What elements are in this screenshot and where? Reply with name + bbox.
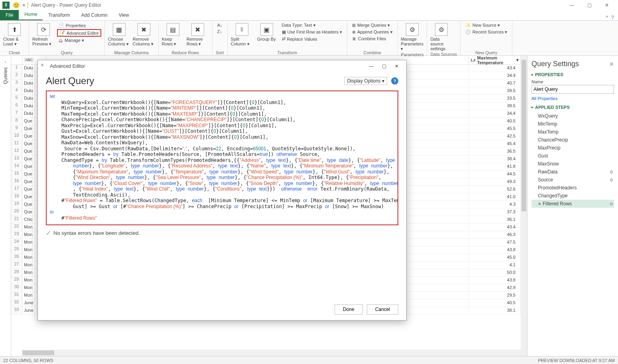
cell-max-temp: 36.5 — [469, 148, 521, 155]
column-max-temp[interactable]: 1.2Maximum Temperature▾ — [469, 56, 521, 64]
tab-home[interactable]: Home — [19, 9, 43, 20]
keep-rows-icon: ▤ — [167, 23, 179, 36]
cell-max-temp: 43.4 — [469, 224, 521, 231]
sort-desc-button[interactable]: Z↓ — [216, 29, 224, 34]
applied-step[interactable]: PromotedHeaders — [531, 184, 614, 192]
tab-view[interactable]: View — [113, 10, 135, 20]
manage-button[interactable]: 🗂Manage ▾ — [57, 37, 101, 43]
dialog-help-icon[interactable]: ? — [391, 77, 398, 85]
properties-section[interactable]: PROPERTIES — [531, 72, 614, 77]
dlg-close-button[interactable]: ✕ — [390, 63, 403, 69]
cancel-button[interactable]: Cancel — [367, 304, 398, 315]
close-settings-icon[interactable]: ✕ — [609, 61, 614, 67]
display-options-dropdown[interactable]: Display Options ▾ — [344, 77, 387, 85]
row-number: 23 — [11, 231, 22, 238]
tab-file[interactable]: File — [0, 10, 19, 20]
remove-columns-button[interactable]: ✖Remove Columns ▾ — [133, 22, 155, 47]
gear-icon[interactable]: ⚙ — [610, 178, 613, 182]
advanced-editor-dialog: X Advanced Editor — ▢ ✕ Alert Query Disp… — [37, 60, 407, 321]
replace-values-button[interactable]: ⇄Replace Values — [280, 36, 344, 42]
group-reduce-rows: Reduce Rows — [162, 49, 209, 56]
applied-step[interactable]: MaxSnow — [531, 160, 614, 168]
remove-rows-button[interactable]: ✖Remove Rows ▾ — [187, 22, 209, 47]
help-icon[interactable]: ? — [611, 15, 614, 20]
choose-columns-button[interactable]: ▦Choose Columns ▾ — [108, 22, 130, 47]
group-by-button[interactable]: ▣Group By — [256, 22, 278, 41]
row-number: 9 — [11, 125, 22, 132]
minimize-button[interactable]: — — [563, 0, 581, 10]
applied-step[interactable]: WxQuery — [531, 112, 614, 120]
status-right: PREVIEW DOWNLOADED AT 9:27 AM — [538, 358, 615, 363]
row-number: 25 — [11, 246, 22, 254]
cell-max-temp: 36.1 — [469, 216, 521, 223]
group-new-query: New Query — [464, 49, 509, 56]
gear-icon[interactable]: ⚙ — [610, 202, 613, 206]
new-source-button[interactable]: ✨New Source ▾ — [464, 22, 509, 28]
tab-add-column[interactable]: Add Column — [76, 10, 113, 20]
cell-max-temp: 44.5 — [469, 171, 521, 178]
group-manage-columns: Manage Columns — [108, 49, 155, 56]
properties-icon: 📄 — [59, 23, 64, 28]
recent-sources-button[interactable]: 🕘Recent Sources ▾ — [464, 29, 509, 35]
refresh-preview-button[interactable]: ⟳Refresh Preview ▾ — [32, 22, 55, 47]
row-number: 2 — [11, 72, 22, 79]
keep-rows-button[interactable]: ▤Keep Rows ▾ — [162, 22, 184, 47]
qat-dropdown[interactable]: ▾ │ — [23, 2, 30, 8]
group-combine: Combine — [350, 49, 394, 56]
dlg-maximize-button[interactable]: ▢ — [378, 63, 390, 69]
applied-step[interactable]: ✕Filtered Rows⚙ — [531, 200, 614, 208]
close-button[interactable]: ✕ — [598, 0, 616, 10]
split-column-button[interactable]: ⫴Split Column ▾ — [231, 22, 253, 47]
manage-parameters-button[interactable]: ⚙Manage Parameters ▾ — [401, 22, 423, 51]
cell-max-temp: 40.5 — [469, 299, 521, 307]
applied-step[interactable]: MaxPrecip — [531, 144, 614, 152]
advanced-editor-button[interactable]: 📝Advanced Editor — [57, 29, 101, 37]
maximize-button[interactable]: ▢ — [581, 0, 598, 10]
row-number: 8 — [11, 118, 22, 125]
dlg-minimize-button[interactable]: — — [365, 63, 378, 69]
row-number: 31 — [11, 292, 22, 299]
manage-icon: 🗂 — [59, 38, 63, 43]
cell-max-temp: 43.8 — [469, 277, 521, 284]
vertical-scrollbar[interactable] — [521, 56, 527, 356]
properties-button[interactable]: 📄Properties — [57, 22, 101, 28]
data-source-settings-button[interactable]: ⚙Data source settings — [430, 22, 453, 51]
data-type-dropdown[interactable]: Data Type: Text ▾ — [280, 22, 344, 28]
applied-step[interactable]: ChangedType — [531, 192, 614, 200]
tab-transform[interactable]: Transform — [43, 10, 75, 20]
cell-max-temp: 40.7 — [469, 80, 521, 87]
group-sort: Sort — [216, 49, 224, 56]
applied-step[interactable]: ChancePrecip — [531, 136, 614, 144]
merge-queries-button[interactable]: ⊞Merge Queries ▾ — [350, 22, 394, 28]
row-number: 18 — [11, 193, 22, 201]
row-number: 5 — [11, 95, 22, 102]
cell-max-temp: 52.6 — [469, 186, 521, 193]
done-button[interactable]: Done — [335, 304, 363, 315]
sort-asc-button[interactable]: A↓ — [216, 22, 224, 28]
applied-step[interactable]: Source⚙ — [531, 176, 614, 184]
first-row-headers-button[interactable]: ▦Use First Row as Headers ▾ — [280, 29, 344, 35]
applied-steps-section[interactable]: APPLIED STEPS — [531, 105, 614, 110]
gear-icon[interactable]: ⚙ — [610, 170, 613, 174]
applied-step[interactable]: MinTemp — [531, 120, 614, 128]
combine-files-button[interactable]: 🗎Combine Files — [350, 36, 394, 41]
cell-max-temp: 47.5 — [469, 239, 521, 246]
m-code-editor[interactable]: let WxQuery=Excel.CurrentWorkbook(){[Nam… — [46, 91, 398, 225]
applied-step[interactable]: Gust — [531, 152, 614, 160]
ribbon-collapse-icon[interactable]: ^ — [606, 15, 608, 20]
query-name-input[interactable] — [531, 85, 614, 94]
append-queries-button[interactable]: ⊕Append Queries ▾ — [350, 29, 394, 35]
applied-step[interactable]: MaxTemp — [531, 128, 614, 136]
row-number: 3 — [11, 80, 22, 87]
replace-icon: ⇄ — [282, 36, 285, 41]
horizontal-scrollbar[interactable] — [22, 350, 527, 356]
name-label: Name — [531, 79, 614, 84]
applied-step[interactable]: RawData⚙ — [531, 168, 614, 176]
expand-queries-icon[interactable]: › — [5, 60, 6, 64]
all-properties-link[interactable]: All Properties — [531, 96, 614, 101]
delete-step-icon[interactable]: ✕ — [538, 202, 541, 206]
row-number: 19 — [11, 201, 22, 208]
row-number: 16 — [11, 178, 22, 185]
queries-pane-collapsed[interactable]: › Queries — [0, 56, 11, 356]
close-load-button[interactable]: ⬆Close & Load ▾ — [3, 22, 26, 47]
